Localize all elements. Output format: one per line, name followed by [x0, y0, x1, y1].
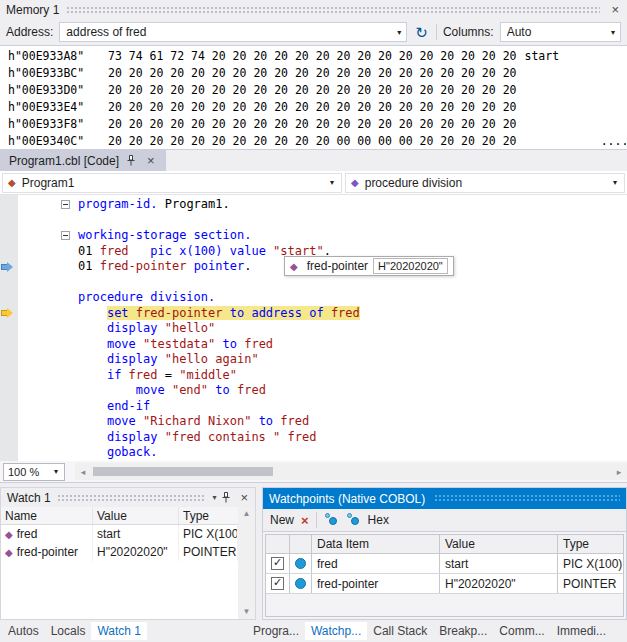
watchpoint-row[interactable]: ✓fredstartPIC X(100)	[266, 554, 623, 574]
code-line[interactable]: program-id. Program1.	[0, 197, 627, 213]
watchpoint-enabled-cell: ✓	[266, 574, 290, 593]
bottom-tab-progra[interactable]: Progra...	[247, 622, 305, 640]
bottom-tab-immedi[interactable]: Immedi...	[551, 622, 612, 640]
watchpoint-checkbox[interactable]: ✓	[271, 557, 284, 570]
program-icon: ◆	[8, 178, 16, 188]
close-icon[interactable]: ×	[236, 491, 252, 504]
columns-combobox[interactable]: Auto ▾	[500, 22, 621, 42]
code-line[interactable]: display "hello again"	[0, 352, 627, 368]
program-name: Program1	[22, 176, 322, 190]
close-icon[interactable]: ×	[607, 3, 623, 16]
code-line[interactable]: move "testdata" to fred	[0, 337, 627, 353]
bottom-tab-autos[interactable]: Autos	[2, 622, 45, 640]
hex-toggle-button[interactable]: Hex	[368, 513, 389, 527]
watchpoints-header: Data Item Value Type	[266, 535, 623, 554]
watchpoint-checkbox[interactable]: ✓	[271, 577, 284, 590]
memory-address: h"00E9340C"	[8, 133, 96, 149]
close-icon[interactable]: ×	[143, 154, 159, 167]
memory-row: h"00E933A8"73 74 61 72 74 20 20 20 20 20…	[8, 48, 627, 65]
bottom-tab-watchp[interactable]: Watchp...	[305, 622, 367, 640]
memory-title-bar[interactable]: Memory 1 ×	[0, 0, 627, 19]
enable-watchpoint-icon[interactable]	[324, 513, 339, 527]
bottom-tab-breakp[interactable]: Breakp...	[433, 622, 493, 640]
vertical-scrollbar[interactable]: ▲ ▼	[238, 507, 255, 619]
scrollbar-track[interactable]	[91, 463, 611, 480]
fold-margin	[18, 430, 78, 446]
memory-title: Memory 1	[6, 3, 59, 17]
code-line[interactable]: move "end" to fred	[0, 383, 627, 399]
scroll-up-icon[interactable]: ▲	[243, 510, 251, 518]
watch-row[interactable]: ◆fredstartPIC X(100)	[1, 525, 238, 543]
indicator-margin	[0, 445, 18, 461]
bottom-tab-comm[interactable]: Comm...	[493, 622, 550, 640]
datatip-value[interactable]: H"20202020"	[373, 258, 448, 274]
watchpoints-col-value[interactable]: Value	[440, 535, 558, 553]
scroll-right-icon[interactable]: ▸	[611, 467, 627, 477]
watchpoints-col-type[interactable]: Type	[558, 535, 623, 553]
code-text: set fred-pointer to address of fred	[78, 306, 360, 322]
bottom-tab-locals[interactable]: Locals	[45, 622, 92, 640]
datatip-name: fred-pointer	[307, 259, 368, 273]
field-icon: ◆	[5, 529, 13, 540]
tab-program1-cbl[interactable]: Program1.cbl [Code] ×	[0, 150, 166, 171]
watchpoint-row[interactable]: ✓fred-pointerH"20202020"POINTER	[266, 574, 623, 594]
code-line[interactable]: procedure division.	[0, 290, 627, 306]
new-watchpoint-button[interactable]: New	[270, 513, 294, 527]
chevron-down-icon[interactable]: ▾	[611, 178, 619, 187]
memory-row: h"00E933D0"20 20 20 20 20 20 20 20 20 20…	[8, 82, 627, 99]
zoom-dropdown[interactable]: 100 % ▾	[3, 463, 65, 481]
code-line[interactable]: set fred-pointer to address of fred	[0, 306, 627, 322]
pin-icon[interactable]	[221, 492, 231, 503]
watch-row[interactable]: ◆fred-pointerH"20202020"POINTER	[1, 543, 238, 561]
procedure-icon: ◆	[351, 178, 359, 188]
window-menu-icon[interactable]: ▾	[212, 493, 216, 502]
section-dropdown[interactable]: ◆ procedure division ▾	[345, 173, 625, 193]
code-editor[interactable]: program-id. Program1.working-storage sec…	[0, 195, 627, 461]
code-line[interactable]: display "fred contains " fred	[0, 430, 627, 446]
watch-grid: Name Value Type ◆fredstartPIC X(100)◆fre…	[1, 507, 238, 619]
delete-watchpoint-icon[interactable]: ×	[301, 514, 309, 527]
scrollbar-thumb[interactable]	[93, 467, 273, 476]
watchpoints-col-dataitem[interactable]: Data Item	[312, 535, 440, 553]
code-line[interactable]: end-if	[0, 399, 627, 415]
code-line[interactable]: if fred = "middle"	[0, 368, 627, 384]
watch-title-bar[interactable]: Watch 1 ▾ ×	[1, 488, 255, 507]
watch-window: Watch 1 ▾ × Name Value Type	[0, 487, 256, 620]
watch-col-value[interactable]: Value	[93, 507, 179, 524]
scroll-left-icon[interactable]: ◂	[75, 467, 91, 477]
refresh-icon[interactable]: ↻	[413, 25, 430, 40]
memory-panel: Memory 1 × Address: address of fred ▾ ↻ …	[0, 0, 627, 150]
program-dropdown[interactable]: ◆ Program1 ▾	[2, 173, 342, 193]
watch-name-cell: ◆fred	[1, 525, 93, 543]
bottom-tab-call-stack[interactable]: Call Stack	[367, 622, 433, 640]
code-line[interactable]: display "hello"	[0, 321, 627, 337]
chevron-down-icon[interactable]: ▾	[328, 178, 336, 187]
watchpoint-rows: ✓fredstartPIC X(100)✓fred-pointerH"20202…	[266, 554, 623, 594]
code-line[interactable]	[0, 213, 627, 229]
watch-col-name[interactable]: Name	[1, 507, 93, 524]
fold-margin	[18, 337, 78, 353]
chevron-down-icon[interactable]: ▾	[395, 28, 403, 37]
pointer-arrow-icon	[2, 262, 13, 272]
watch-col-type[interactable]: Type	[179, 507, 238, 524]
address-combobox[interactable]: address of fred ▾	[59, 22, 407, 42]
fold-collapse-icon[interactable]	[61, 200, 70, 209]
pin-icon[interactable]	[126, 155, 136, 166]
editor-navigation-bar: ◆ Program1 ▾ ◆ procedure division ▾	[0, 171, 627, 195]
datatip[interactable]: ◆ fred-pointer H"20202020"	[284, 256, 454, 276]
memory-address: h"00E933BC"	[8, 65, 96, 82]
memory-rows[interactable]: h"00E933A8"73 74 61 72 74 20 20 20 20 20…	[0, 46, 627, 149]
scroll-down-icon[interactable]: ▼	[243, 608, 251, 616]
code-line[interactable]: move "Richard Nixon" to fred	[0, 414, 627, 430]
code-line[interactable]	[0, 275, 627, 291]
horizontal-scrollbar[interactable]: ◂ ▸	[75, 463, 627, 480]
code-line[interactable]: goback.	[0, 445, 627, 461]
fold-collapse-icon[interactable]	[61, 231, 70, 240]
disable-watchpoint-icon[interactable]	[346, 513, 361, 527]
chevron-down-icon[interactable]: ▾	[609, 28, 617, 37]
watchpoints-title-bar[interactable]: Watchpoints (Native COBOL)	[263, 488, 626, 509]
code-line[interactable]: working-storage section.	[0, 228, 627, 244]
check-icon: ✓	[273, 577, 282, 588]
bottom-tab-watch-1[interactable]: Watch 1	[91, 622, 147, 640]
chevron-down-icon[interactable]: ▾	[52, 467, 60, 476]
